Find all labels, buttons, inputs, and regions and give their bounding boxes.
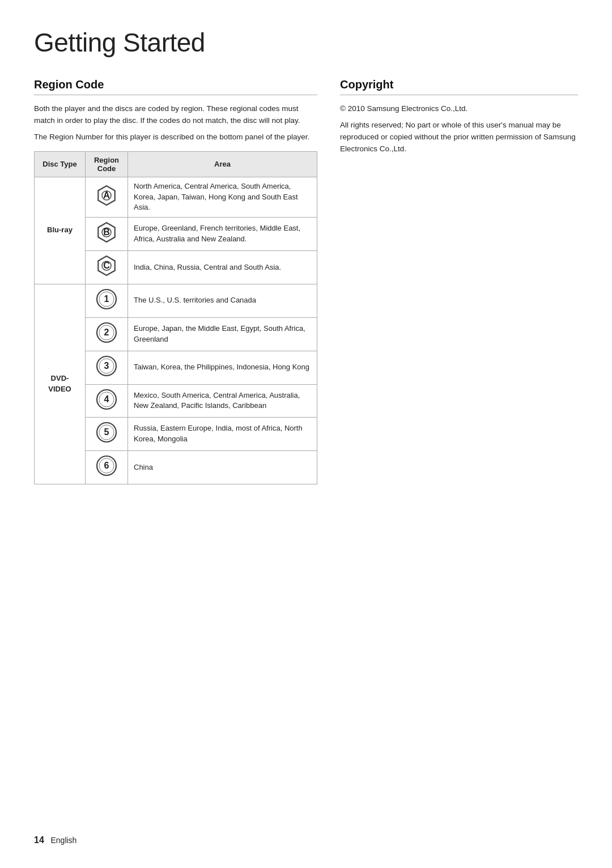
svg-text:6: 6 [104,461,109,470]
region-code-section: Region Code Both the player and the disc… [34,78,317,484]
region-icon-cell: 2 [86,317,128,351]
area-cell: Taiwan, Korea, the Philippines, Indonesi… [128,351,317,384]
footer-language: English [50,836,76,845]
region-icon-cell: 5 [86,418,128,451]
disc-type-cell: Blu-ray [35,177,86,284]
area-cell: North America, Central America, South Am… [128,177,317,218]
region-code-para-1: Both the player and the discs are coded … [34,103,317,127]
copyright-section: Copyright © 2010 Samsung Electronics Co.… [340,78,578,484]
region-icon-cell: C [86,251,128,284]
table-header-region-code: Region Code [86,151,128,177]
area-cell: India, China, Russia, Central and South … [128,251,317,284]
svg-text:A: A [103,190,110,200]
table-row: Blu-rayANorth America, Central America, … [35,177,317,218]
disc-type-cell: DVD-VIDEO [35,284,86,484]
area-cell: Russia, Eastern Europe, India, most of A… [128,418,317,451]
region-icon-cell: B [86,218,128,251]
svg-text:2: 2 [104,327,109,337]
page-title: Getting Started [34,27,578,58]
region-code-title: Region Code [34,78,317,91]
svg-text:C: C [103,261,110,270]
copyright-line-1: © 2010 Samsung Electronics Co.,Ltd. [340,103,578,115]
svg-text:5: 5 [104,427,109,437]
copyright-divider [340,95,578,95]
footer: 14 English [34,835,76,845]
table-header-disc-type: Disc Type [35,151,86,177]
region-code-table: Disc Type Region Code Area Blu-rayANorth… [34,151,317,484]
region-icon-cell: 1 [86,284,128,317]
area-cell: Mexico, South America, Central America, … [128,384,317,418]
region-icon-cell: 6 [86,451,128,484]
region-code-para-2: The Region Number for this player is des… [34,131,317,143]
copyright-line-2: All rights reserved; No part or whole of… [340,120,578,155]
region-icon-cell: 4 [86,384,128,418]
svg-text:3: 3 [104,361,109,371]
area-cell: Europe, Greenland, French territories, M… [128,218,317,251]
area-cell: The U.S., U.S. territories and Canada [128,284,317,317]
footer-page-number: 14 [34,835,44,845]
region-icon-cell: A [86,177,128,218]
svg-text:B: B [103,227,110,237]
area-cell: Europe, Japan, the Middle East, Egypt, S… [128,317,317,351]
svg-text:4: 4 [104,394,109,404]
region-icon-cell: 3 [86,351,128,384]
copyright-title: Copyright [340,78,578,91]
area-cell: China [128,451,317,484]
section-divider [34,95,317,95]
table-row: DVD-VIDEO1The U.S., U.S. territories and… [35,284,317,317]
table-header-area: Area [128,151,317,177]
svg-text:1: 1 [104,294,109,304]
